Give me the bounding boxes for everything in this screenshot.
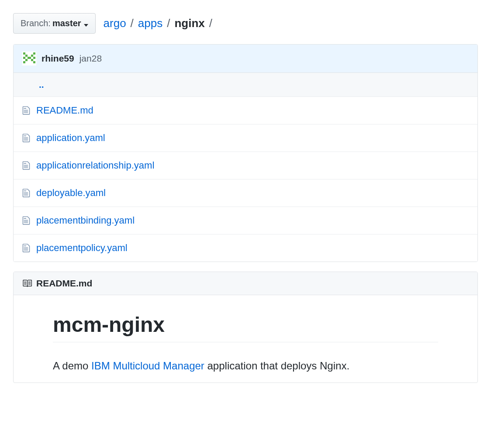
readme-text: application that deploys Nginx. [204, 360, 349, 372]
file-link[interactable]: placementbinding.yaml [36, 215, 135, 226]
readme-description: A demo IBM Multicloud Manager applicatio… [53, 358, 438, 374]
readme-title: mcm-nginx [53, 313, 438, 342]
breadcrumb: argo / apps / nginx / [104, 17, 212, 30]
branch-name-label: master [52, 18, 81, 28]
file-icon [22, 106, 30, 115]
breadcrumb-separator: / [209, 17, 212, 30]
caret-down-icon [84, 19, 88, 29]
avatar[interactable] [22, 52, 36, 65]
file-icon [22, 133, 30, 143]
readme-panel: README.md mcm-nginx A demo IBM Multiclou… [13, 272, 478, 383]
svg-rect-2 [33, 52, 35, 55]
file-icon [22, 216, 30, 225]
file-row: deployable.yaml [14, 179, 477, 207]
parent-dir-row[interactable]: .. [14, 73, 477, 97]
svg-rect-7 [33, 57, 35, 59]
file-row: placementpolicy.yaml [14, 234, 477, 262]
svg-rect-6 [28, 57, 31, 59]
breadcrumb-link[interactable]: apps [138, 17, 163, 30]
readme-header: README.md [14, 272, 477, 295]
breadcrumb-link[interactable]: argo [104, 17, 126, 30]
commit-message[interactable]: jan28 [80, 53, 102, 64]
svg-rect-4 [31, 55, 33, 57]
svg-rect-8 [25, 59, 28, 61]
breadcrumb-current: nginx [174, 17, 204, 30]
file-icon [22, 188, 30, 198]
file-icon [22, 161, 30, 170]
file-link[interactable]: README.md [36, 105, 93, 116]
branch-selector-button[interactable]: Branch: master [13, 13, 96, 34]
file-icon [22, 243, 30, 253]
file-row: placementbinding.yaml [14, 207, 477, 234]
svg-rect-1 [23, 52, 25, 55]
svg-rect-3 [25, 55, 28, 57]
branch-prefix-label: Branch: [21, 18, 51, 28]
file-row: applicationrelationship.yaml [14, 152, 477, 179]
parent-dir-link[interactable]: .. [39, 79, 44, 90]
file-link[interactable]: application.yaml [36, 132, 105, 144]
file-link[interactable]: applicationrelationship.yaml [36, 160, 154, 171]
breadcrumb-separator: / [131, 17, 134, 30]
readme-text: A demo [53, 360, 91, 372]
file-link[interactable]: deployable.yaml [36, 187, 106, 199]
svg-rect-5 [23, 57, 25, 59]
last-commit-header: rhine59 jan28 [14, 45, 477, 73]
file-link[interactable]: placementpolicy.yaml [36, 242, 128, 254]
file-listing: rhine59 jan28 .. README.md application.y… [13, 44, 478, 262]
commit-author-link[interactable]: rhine59 [41, 53, 74, 64]
top-section: Branch: master argo / apps / nginx / [13, 13, 478, 34]
file-row: README.md [14, 97, 477, 124]
svg-rect-9 [31, 59, 33, 61]
file-row: application.yaml [14, 124, 477, 152]
book-icon [22, 279, 32, 288]
readme-filename-label: README.md [36, 278, 92, 289]
breadcrumb-separator: / [167, 17, 170, 30]
svg-rect-10 [23, 61, 25, 63]
readme-link[interactable]: IBM Multicloud Manager [91, 360, 204, 372]
svg-rect-11 [33, 61, 35, 63]
readme-body: mcm-nginx A demo IBM Multicloud Manager … [14, 295, 477, 383]
